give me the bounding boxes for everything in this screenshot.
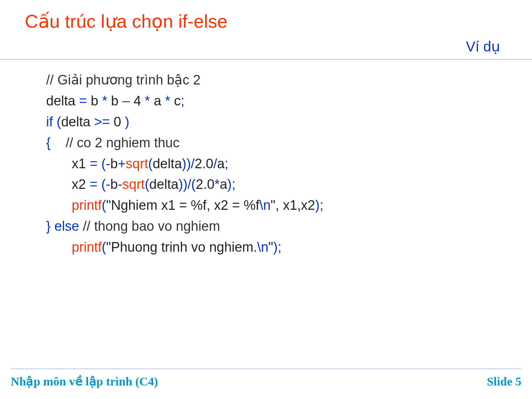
divider-top [0, 59, 532, 60]
code-line-7: printf("Nghiem x1 = %f, x2 = %f\n", x1,x… [46, 195, 507, 216]
code-line-5: x1 = (-b+sqrt(delta))/2.0/a; [46, 153, 507, 174]
slide-subtitle: Ví dụ [25, 38, 507, 55]
code-line-4: { // co 2 nghiem thuc [46, 132, 507, 153]
code-line-2: delta = b * b – 4 * a * c; [46, 91, 507, 111]
code-line-1: // Giải phương trình bậc 2 [46, 70, 507, 91]
footer-row: Nhập môn về lập trình (C4) Slide 5 [11, 374, 521, 388]
code-line-8: } else // thong bao vo nghiem [46, 216, 507, 237]
code-line-3: if (delta >= 0 ) [46, 111, 507, 132]
footer: Nhập môn về lập trình (C4) Slide 5 [0, 368, 532, 388]
code-line-9: printf("Phuong trinh vo nghiem.\n"); [46, 237, 507, 258]
code-line-6: x2 = (-b-sqrt(delta))/(2.0*a); [46, 174, 507, 195]
code-block: // Giải phương trình bậc 2 delta = b * b… [46, 70, 507, 258]
slide: Cấu trúc lựa chọn if-else Ví dụ // Giải … [0, 0, 532, 399]
slide-title: Cấu trúc lựa chọn if-else [25, 11, 507, 32]
footer-left: Nhập môn về lập trình (C4) [11, 374, 158, 388]
comment: // Giải phương trình bậc 2 [46, 72, 201, 87]
divider-bottom [11, 368, 521, 369]
footer-right: Slide 5 [487, 375, 521, 388]
